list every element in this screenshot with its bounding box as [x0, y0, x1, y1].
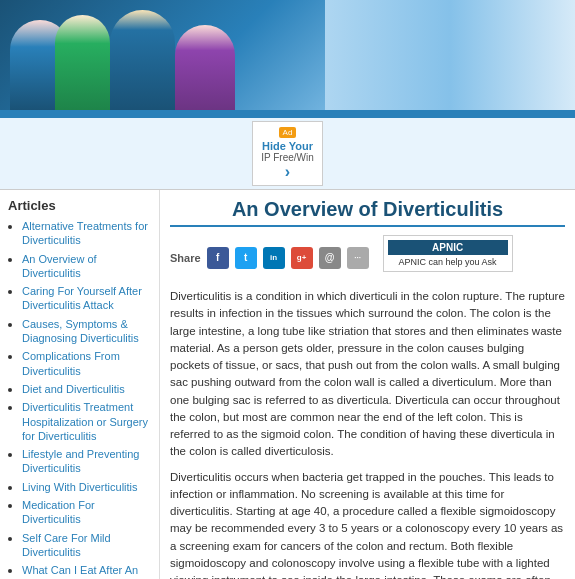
header-banner — [0, 0, 575, 110]
article-para-2: Diverticulitis occurs when bacteria get … — [170, 469, 565, 580]
sidebar-link-overview[interactable]: An Overview of Diverticulitis — [22, 253, 97, 279]
share-label: Share — [170, 252, 201, 264]
share-gplus-button[interactable]: g+ — [291, 247, 313, 269]
ad-bar: Ad Hide Your IP Free/Win › — [0, 118, 575, 190]
list-item[interactable]: Causes, Symptoms & Diagnosing Diverticul… — [22, 317, 151, 346]
list-item[interactable]: Living With Diverticulitis — [22, 480, 151, 494]
share-linkedin-button[interactable]: in — [263, 247, 285, 269]
sidebar-link-complications[interactable]: Complications From Diverticulitis — [22, 350, 120, 376]
share-email-button[interactable]: @ — [319, 247, 341, 269]
main-content: An Overview of Diverticulitis Share f t … — [160, 190, 575, 579]
ad-arrow[interactable]: › — [261, 163, 314, 181]
list-item[interactable]: Complications From Diverticulitis — [22, 349, 151, 378]
list-item[interactable]: Diet and Diverticulitis — [22, 382, 151, 396]
sidebar-heading: Articles — [8, 198, 151, 213]
list-item[interactable]: An Overview of Diverticulitis — [22, 252, 151, 281]
sidebar-link-living[interactable]: Living With Diverticulitis — [22, 481, 138, 493]
sidebar-link-medication[interactable]: Medication For Diverticulitis — [22, 499, 95, 525]
article-para-1: Diverticulitis is a condition in which d… — [170, 288, 565, 461]
page-title: An Overview of Diverticulitis — [170, 198, 565, 227]
list-item[interactable]: What Can I Eat After An Attack? — [22, 563, 151, 579]
sidebar-link-alt-treatments[interactable]: Alternative Treatments for Diverticuliti… — [22, 220, 148, 246]
share-bar: Share f t in g+ @ ··· APNIC APNIC can he… — [170, 235, 565, 280]
blue-bar — [0, 110, 575, 118]
figure-4 — [175, 25, 235, 110]
figure-2 — [55, 15, 110, 110]
list-item[interactable]: Caring For Yourself After Diverticulitis… — [22, 284, 151, 313]
list-item[interactable]: Alternative Treatments for Diverticuliti… — [22, 219, 151, 248]
apnic-logo: APNIC — [388, 240, 508, 255]
sidebar-link-lifestyle[interactable]: Lifestyle and Preventing Diverticulitis — [22, 448, 139, 474]
list-item[interactable]: Diverticulitis Treatment Hospitalization… — [22, 400, 151, 443]
sidebar-link-diet[interactable]: Diet and Diverticulitis — [22, 383, 125, 395]
sidebar-link-caring[interactable]: Caring For Yourself After Diverticulitis… — [22, 285, 142, 311]
sidebar-link-causes[interactable]: Causes, Symptoms & Diagnosing Diverticul… — [22, 318, 139, 344]
share-twitter-button[interactable]: t — [235, 247, 257, 269]
ad-badge: Ad — [279, 127, 297, 138]
apnic-text: APNIC can help you Ask — [388, 257, 508, 267]
share-facebook-button[interactable]: f — [207, 247, 229, 269]
figure-bg — [325, 0, 575, 110]
ad-inner[interactable]: Ad Hide Your IP Free/Win › — [252, 121, 323, 186]
sidebar: Articles Alternative Treatments for Dive… — [0, 190, 160, 579]
article-body: Diverticulitis is a condition in which d… — [170, 288, 565, 579]
sidebar-list: Alternative Treatments for Diverticuliti… — [8, 219, 151, 579]
list-item[interactable]: Medication For Diverticulitis — [22, 498, 151, 527]
list-item[interactable]: Self Care For Mild Diverticulitis — [22, 531, 151, 560]
sidebar-link-treatment[interactable]: Diverticulitis Treatment Hospitalization… — [22, 401, 148, 442]
apnic-ad[interactable]: APNIC APNIC can help you Ask — [383, 235, 513, 272]
main-layout: Articles Alternative Treatments for Dive… — [0, 190, 575, 579]
sidebar-link-whatcan[interactable]: What Can I Eat After An Attack? — [22, 564, 138, 579]
ad-subtitle: IP Free/Win — [261, 152, 314, 163]
share-more-button[interactable]: ··· — [347, 247, 369, 269]
sidebar-link-selfcare[interactable]: Self Care For Mild Diverticulitis — [22, 532, 111, 558]
figure-3 — [110, 10, 175, 110]
list-item[interactable]: Lifestyle and Preventing Diverticulitis — [22, 447, 151, 476]
ad-title: Hide Your — [261, 140, 314, 152]
